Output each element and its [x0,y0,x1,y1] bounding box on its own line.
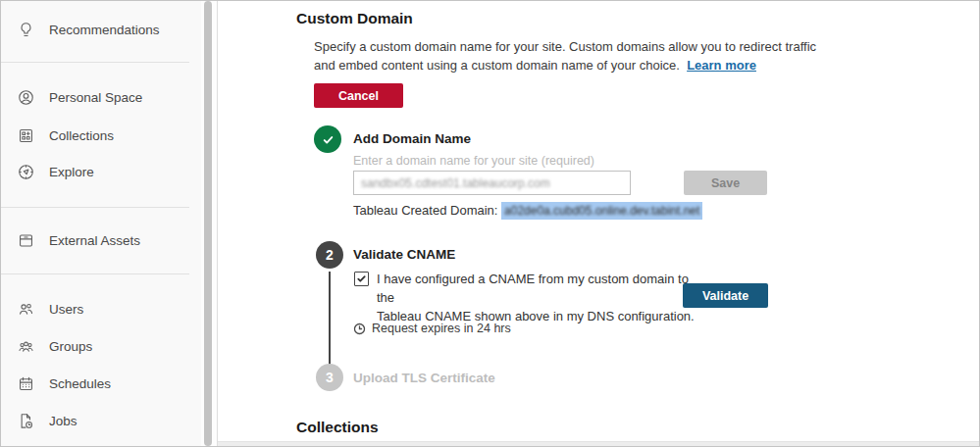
page-description: Specify a custom domain name for your si… [314,37,816,74]
sidebar-item-collections[interactable]: Collections [1,117,201,154]
domain-input[interactable]: sandbx05.cdtest01.tableaucorp.com [353,171,631,195]
step3-number-badge: 3 [316,364,343,391]
step-connector-line [329,272,331,365]
created-domain-label: Tableau Created Domain: [353,203,497,218]
learn-more-link[interactable]: Learn more [687,58,756,73]
validate-button[interactable]: Validate [683,283,768,308]
cancel-button[interactable]: Cancel [314,83,403,108]
created-domain-row: Tableau Created Domain: a02de0a.cubd05.o… [353,203,702,218]
calendar-icon [17,374,35,393]
sidebar-item-personal-space[interactable]: Personal Space [1,78,201,116]
sidebar-item-label: Jobs [49,414,77,428]
sidebar-item-explore[interactable]: Explore [1,153,201,190]
users-icon [17,300,35,319]
scrollbar-thumb[interactable] [204,1,212,446]
sidebar-divider [1,273,189,274]
sidebar-item-label: Explore [49,165,94,179]
cname-checkbox-row: I have configured a CNAME from my custom… [354,270,700,325]
sidebar-item-jobs[interactable]: Jobs [1,402,201,439]
jobs-icon [17,412,35,430]
scrollbar-track[interactable] [201,1,217,446]
sidebar-item-label: Recommendations [49,23,160,37]
step1-title: Add Domain Name [353,131,471,146]
created-domain-value: a02de0a.cubd05.online.dev.tabint.net [501,202,702,220]
sidebar-divider [1,207,189,208]
domain-input-value: sandbx05.cdtest01.tableaucorp.com [361,176,550,190]
compass-icon [17,163,35,181]
expiry-note: Request expires in 24 hrs [353,322,511,335]
collections-section-title: Collections [296,419,379,436]
groups-icon [17,337,35,356]
check-icon [320,131,336,148]
save-button[interactable]: Save [684,171,767,195]
step3-title: Upload TLS Certificate [353,371,495,385]
collections-icon [17,126,35,145]
description-line1: Specify a custom domain name for your si… [314,39,816,54]
person-circle-icon [17,88,35,107]
page-title: Custom Domain [296,10,413,27]
sidebar-item-label: Users [49,302,83,317]
sidebar-item-recommendations[interactable]: Recommendations [1,11,201,48]
section-divider [218,441,979,446]
settings-page: Recommendations Personal Space Collectio… [0,0,980,447]
sidebar-item-label: Schedules [49,376,111,391]
cname-checkbox[interactable] [354,272,369,286]
sidebar-item-users[interactable]: Users [1,290,201,327]
cname-checkbox-label: I have configured a CNAME from my custom… [377,270,700,325]
sidebar-item-label: External Assets [49,233,140,248]
sidebar-item-label: Collections [49,128,114,143]
lightbulb-icon [17,21,35,39]
sidebar-item-label: Groups [49,339,92,354]
sidebar: Recommendations Personal Space Collectio… [1,1,201,446]
external-assets-icon [17,231,35,250]
clock-icon [353,323,366,335]
main-content: Custom Domain Specify a custom domain na… [217,1,979,446]
sidebar-item-schedules[interactable]: Schedules [1,365,201,402]
step2-title: Validate CNAME [353,247,455,262]
sidebar-item-groups[interactable]: Groups [1,327,201,365]
step2-number-badge: 2 [316,241,343,269]
sidebar-divider [1,62,189,63]
sidebar-item-external-assets[interactable]: External Assets [1,222,201,259]
sidebar-item-label: Personal Space [49,90,142,105]
step1-complete-badge [314,125,341,153]
description-line2: and embed content using a custom domain … [314,58,680,73]
domain-input-label: Enter a domain name for your site (requi… [353,154,594,168]
